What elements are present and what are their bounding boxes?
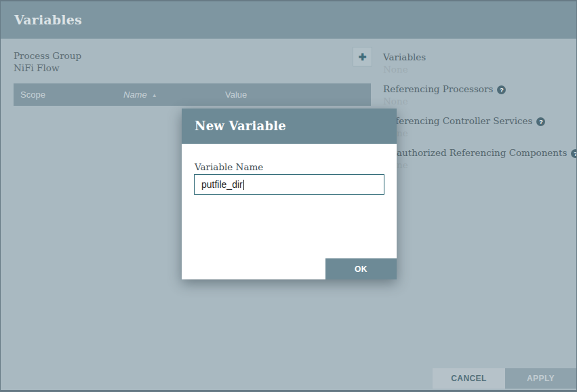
text-cursor <box>243 180 244 190</box>
modal-header: New Variable <box>182 109 397 144</box>
variable-name-input[interactable]: putfile_dir <box>194 174 384 195</box>
variables-dialog: Variables Process Group NiFi Flow ✚ Scop… <box>1 1 576 390</box>
new-variable-modal: New Variable Variable Name putfile_dir O… <box>182 109 397 279</box>
variable-name-value: putfile_dir <box>201 179 243 190</box>
modal-title: New Variable <box>182 109 397 144</box>
ok-button[interactable]: OK <box>325 258 397 279</box>
variable-name-label: Variable Name <box>195 161 263 172</box>
